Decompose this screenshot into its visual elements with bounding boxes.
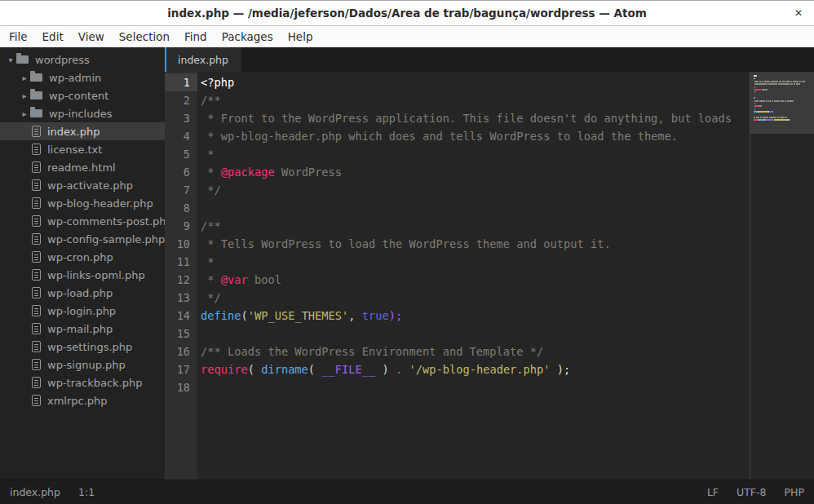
code-line: define('WP_USE_THEMES', true); — [201, 307, 750, 325]
line-number[interactable]: 4 — [165, 127, 197, 145]
file-icon — [32, 359, 41, 370]
code-line: * — [201, 253, 750, 271]
tree-item-wp-blog-header-php[interactable]: wp-blog-header.php — [0, 194, 165, 212]
tree-item-wp-trackback-php[interactable]: wp-trackback.php — [0, 374, 165, 391]
status-line-ending[interactable]: LF — [707, 486, 719, 498]
code-line: /** Loads the WordPress Environment and … — [201, 343, 750, 360]
line-number[interactable]: 10 — [165, 235, 197, 253]
code-area[interactable]: <?php/** * Front to the WordPress applic… — [197, 72, 750, 480]
tree-item-wp-links-opml-php[interactable]: wp-links-opml.php — [0, 266, 165, 284]
tree-item-wp-admin[interactable]: ▸wp-admin — [0, 69, 165, 86]
menu-item-packages[interactable]: Packages — [215, 26, 281, 47]
line-number[interactable]: 17 — [165, 360, 197, 378]
line-number[interactable]: 12 — [165, 271, 197, 289]
tree-item-readme-html[interactable]: readme.html — [0, 158, 165, 176]
chevron-right-icon[interactable]: ▸ — [19, 73, 30, 82]
menu-item-help[interactable]: Help — [281, 26, 321, 47]
tree-item-wp-mail-php[interactable]: wp-mail.php — [0, 320, 165, 338]
tree-item-label: wp-config-sample.php — [47, 233, 165, 245]
close-icon[interactable]: ✕ — [794, 1, 803, 25]
code-line: */ — [201, 289, 750, 307]
menubar: FileEditViewSelectionFindPackagesHelp — [0, 26, 814, 47]
file-icon — [32, 269, 41, 281]
menu-item-view[interactable]: View — [71, 26, 112, 47]
file-icon — [32, 161, 41, 173]
tree-item-index-php[interactable]: index.php — [0, 122, 165, 140]
file-icon — [32, 233, 41, 245]
tree-item-xmlrpc-php[interactable]: xmlrpc.php — [0, 391, 165, 409]
folder-icon — [30, 73, 42, 82]
tree-item-wp-config-sample-php[interactable]: wp-config-sample.php — [0, 230, 165, 248]
line-number[interactable]: 1 — [165, 73, 197, 91]
code-line: /** — [201, 91, 750, 109]
titlebar: index.php — /media/jeferson/Dados/Area d… — [0, 0, 814, 26]
file-icon — [32, 305, 41, 316]
line-number-gutter[interactable]: 123456789101112131415161718 — [165, 72, 197, 480]
tree-item-label: wp-load.php — [47, 287, 113, 299]
code-line: <?php — [201, 73, 750, 91]
chevron-right-icon[interactable]: ▸ — [19, 109, 30, 118]
tree-item-wp-content[interactable]: ▸wp-content — [0, 86, 165, 104]
menu-item-selection[interactable]: Selection — [112, 26, 177, 47]
line-number[interactable]: 16 — [165, 343, 197, 360]
tree-item-label: wp-mail.php — [47, 323, 113, 335]
line-number[interactable]: 9 — [165, 217, 197, 235]
tree-item-wp-comments-post-php[interactable]: wp-comments-post.php — [0, 212, 165, 230]
code-line — [201, 325, 750, 343]
tab-index-php[interactable]: index.php — [165, 47, 241, 72]
tree-item-wp-load-php[interactable]: wp-load.php — [0, 284, 165, 302]
tree-item-label: xmlrpc.php — [47, 395, 108, 407]
status-grammar[interactable]: PHP — [785, 486, 804, 498]
line-number[interactable]: 6 — [165, 163, 197, 181]
code-line: * wp-blog-header.php which does and tell… — [201, 127, 750, 145]
line-number[interactable]: 3 — [165, 109, 197, 127]
file-icon — [32, 323, 41, 334]
tree-item-label: wp-content — [49, 90, 108, 102]
file-icon — [32, 197, 41, 209]
tree-item-wp-activate-php[interactable]: wp-activate.php — [0, 176, 165, 194]
file-icon — [32, 395, 41, 406]
status-file-name[interactable]: index.php — [10, 486, 60, 498]
tree-item-wp-cron-php[interactable]: wp-cron.php — [0, 248, 165, 266]
folder-icon — [16, 55, 29, 64]
tree-item-wp-includes[interactable]: ▸wp-includes — [0, 104, 165, 122]
tree-item-wp-login-php[interactable]: wp-login.php — [0, 302, 165, 320]
chevron-down-icon[interactable]: ▾ — [5, 55, 16, 64]
status-encoding[interactable]: UTF-8 — [737, 486, 766, 498]
tree-item-label: license.txt — [47, 144, 102, 156]
file-icon — [32, 126, 41, 137]
line-number[interactable]: 18 — [165, 378, 197, 396]
code-line: require( dirname( __FILE__ ) . '/wp-blog… — [201, 360, 750, 378]
tab-bar: index.php — [165, 47, 814, 72]
line-number[interactable]: 8 — [165, 199, 197, 217]
menu-item-edit[interactable]: Edit — [35, 26, 71, 47]
folder-icon — [30, 91, 42, 99]
chevron-right-icon[interactable]: ▸ — [19, 91, 30, 100]
code-line: */ — [201, 181, 750, 199]
tree-item-wordpress[interactable]: ▾wordpress — [0, 51, 165, 69]
tree-item-label: wp-admin — [49, 72, 101, 84]
tree-item-label: wp-blog-header.php — [47, 197, 153, 210]
line-number[interactable]: 11 — [165, 253, 197, 271]
minimap[interactable] — [750, 72, 814, 480]
line-number[interactable]: 15 — [165, 325, 197, 343]
code-line: * @package WordPress — [201, 163, 750, 181]
status-bar: index.php 1:1 LF UTF-8 PHP — [0, 480, 814, 504]
tree-item-wp-settings-php[interactable]: wp-settings.php — [0, 338, 165, 356]
code-line: * Tells WordPress to load the WordPress … — [201, 235, 750, 253]
tree-item-label: readme.html — [47, 161, 116, 174]
menu-item-file[interactable]: File — [2, 26, 35, 47]
line-number[interactable]: 14 — [165, 307, 197, 325]
tree-item-label: wp-comments-post.php — [47, 215, 165, 228]
line-number[interactable]: 13 — [165, 289, 197, 307]
status-cursor-position[interactable]: 1:1 — [78, 486, 95, 498]
tree-item-wp-signup-php[interactable]: wp-signup.php — [0, 356, 165, 374]
line-number[interactable]: 5 — [165, 145, 197, 163]
tree-item-license-txt[interactable]: license.txt — [0, 140, 165, 158]
menu-item-find[interactable]: Find — [177, 26, 215, 47]
line-number[interactable]: 2 — [165, 91, 197, 109]
code-line — [201, 378, 750, 396]
line-number[interactable]: 7 — [165, 181, 197, 199]
main-area: ▾wordpress▸wp-admin▸wp-content▸wp-includ… — [0, 47, 814, 480]
editor-pane: index.php 123456789101112131415161718 <?… — [165, 47, 814, 480]
